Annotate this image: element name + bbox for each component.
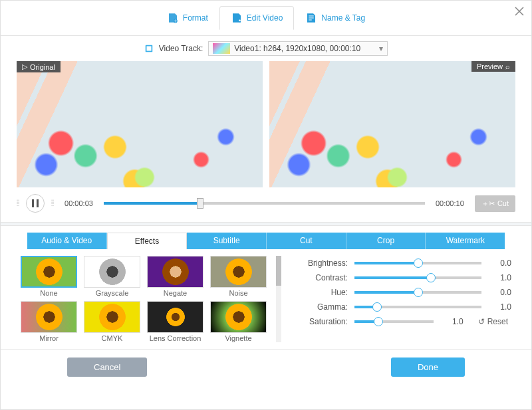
- brightness-value: 0.0: [488, 258, 511, 268]
- close-button[interactable]: [514, 6, 525, 17]
- hue-value: 0.0: [488, 288, 511, 297]
- saturation-value: 1.0: [440, 317, 464, 326]
- contrast-label: Contrast:: [301, 273, 348, 282]
- frame-fwd-button[interactable]: ⦙⦙: [51, 199, 54, 208]
- total-time: 00:00:10: [432, 199, 468, 207]
- effect-vignette[interactable]: Vignette: [210, 301, 267, 342]
- timeline-slider[interactable]: [104, 202, 425, 205]
- timeline-handle[interactable]: [197, 198, 203, 209]
- adjustment-sliders: Brightness: 0.0 Contrast: 1.0 Hue: 0.0 G…: [288, 256, 511, 342]
- contrast-value: 1.0: [488, 273, 511, 282]
- effect-noise[interactable]: Noise: [210, 256, 267, 297]
- preview-area: ▷ Original Preview ⌕: [1, 61, 531, 187]
- frame-back-button[interactable]: ⦙⦙: [17, 199, 19, 208]
- cancel-button[interactable]: Cancel: [67, 358, 147, 377]
- svg-rect-5: [37, 199, 39, 207]
- chevron-down-icon: ▾: [379, 44, 383, 53]
- tab-crop[interactable]: Crop: [346, 233, 426, 249]
- footer: Cancel Done: [1, 349, 531, 385]
- hue-slider[interactable]: [354, 291, 481, 294]
- name-tag-icon: [305, 12, 317, 24]
- effect-cmyk[interactable]: CMYK: [84, 301, 140, 342]
- gamma-row: Gamma: 1.0: [301, 302, 511, 312]
- contrast-slider[interactable]: [354, 276, 481, 279]
- original-thumbnail: [17, 61, 263, 187]
- tab-effects[interactable]: Effects: [107, 233, 188, 249]
- saturation-slider[interactable]: [354, 320, 434, 323]
- tab-audio-video[interactable]: Audio & Video: [27, 233, 107, 249]
- effect-lens[interactable]: Lens Correction: [147, 301, 203, 342]
- video-track-label: Video Track:: [159, 44, 203, 53]
- done-button[interactable]: Done: [391, 358, 465, 377]
- preview-pane: Preview ⌕: [269, 61, 515, 187]
- current-time: 00:00:03: [61, 199, 97, 207]
- effect-mirror[interactable]: Mirror: [21, 301, 77, 342]
- pause-button[interactable]: [26, 194, 45, 213]
- play-small-icon: ▷: [22, 62, 27, 71]
- video-track-dropdown[interactable]: Video1: h264, 1920x1080, 00:00:10 ▾: [208, 41, 388, 56]
- effect-vignette-label: Vignette: [210, 334, 267, 342]
- hue-row: Hue: 0.0: [301, 288, 511, 297]
- reset-button[interactable]: ↺ Reset: [478, 317, 511, 326]
- main-tabs-bar: Format Edit Video Name & Tag: [1, 1, 531, 36]
- original-label-badge: ▷ Original: [17, 61, 61, 72]
- effect-negate[interactable]: Negate: [147, 256, 203, 297]
- effects-body: None Grayscale Negate Noise Mirror CMYK …: [1, 249, 531, 345]
- tab-edit-video[interactable]: Edit Video: [219, 6, 295, 30]
- brightness-slider[interactable]: [354, 262, 481, 264]
- gamma-label: Gamma:: [301, 302, 348, 312]
- format-icon: [167, 12, 179, 24]
- cut-button[interactable]: ＋✂ Cut: [475, 195, 515, 212]
- tab-format[interactable]: Format: [156, 6, 219, 30]
- effect-grid: None Grayscale Negate Noise Mirror CMYK …: [21, 256, 267, 342]
- tab-subtitle[interactable]: Subtitle: [187, 233, 267, 249]
- cut-label: Cut: [497, 199, 509, 207]
- video-track-bar: Video Track: Video1: h264, 1920x1080, 00…: [1, 36, 531, 61]
- original-pane: ▷ Original: [17, 61, 263, 187]
- tab-name-tag[interactable]: Name & Tag: [294, 6, 376, 30]
- effect-mirror-label: Mirror: [21, 334, 77, 342]
- hue-label: Hue:: [301, 288, 348, 297]
- effect-negate-label: Negate: [147, 289, 203, 297]
- effect-none-label: None: [21, 289, 77, 297]
- preview-thumbnail: [269, 61, 515, 187]
- effect-none[interactable]: None: [21, 256, 77, 297]
- gamma-value: 1.0: [488, 302, 511, 312]
- saturation-label: Saturation:: [301, 317, 348, 326]
- original-label: Original: [30, 63, 55, 71]
- effect-grayscale[interactable]: Grayscale: [84, 256, 140, 297]
- effects-tabs: Audio & Video Effects Subtitle Cut Crop …: [27, 233, 505, 249]
- saturation-row: Saturation: 1.0 ↺ Reset: [301, 317, 511, 326]
- reset-label: Reset: [487, 317, 508, 326]
- pause-icon: [32, 199, 39, 207]
- gamma-slider[interactable]: [354, 306, 481, 308]
- effect-noise-label: Noise: [210, 289, 267, 297]
- tab-edit-label: Edit Video: [247, 13, 283, 23]
- scrollbar-thumb[interactable]: [276, 256, 281, 286]
- scissors-icon: ＋✂: [481, 199, 495, 209]
- preview-label-badge: Preview ⌕: [471, 61, 515, 72]
- effect-grayscale-label: Grayscale: [84, 289, 140, 297]
- preview-label: Preview: [477, 62, 503, 70]
- magnify-icon: ⌕: [505, 62, 510, 70]
- svg-rect-3: [146, 47, 151, 51]
- section-divider: [1, 222, 531, 226]
- effect-cmyk-label: CMYK: [84, 334, 140, 342]
- close-icon: [514, 6, 525, 17]
- tab-cut[interactable]: Cut: [267, 233, 346, 249]
- svg-rect-4: [32, 199, 34, 207]
- effects-scrollbar[interactable]: [276, 256, 281, 342]
- svg-point-1: [239, 19, 241, 21]
- tab-name-label: Name & Tag: [321, 13, 365, 23]
- tab-watermark[interactable]: Watermark: [426, 233, 505, 249]
- tab-format-label: Format: [183, 13, 208, 23]
- brightness-row: Brightness: 0.0: [301, 258, 511, 268]
- playback-bar: ⦙⦙ ⦙⦙ 00:00:03 00:00:10 ＋✂ Cut: [1, 187, 531, 222]
- contrast-row: Contrast: 1.0: [301, 273, 511, 282]
- reset-icon: ↺: [478, 317, 485, 326]
- brightness-label: Brightness:: [301, 258, 348, 268]
- track-thumb: [213, 43, 230, 54]
- track-value: Video1: h264, 1920x1080, 00:00:10: [234, 44, 360, 53]
- track-icon: [144, 44, 154, 53]
- edit-video-icon: [231, 12, 243, 24]
